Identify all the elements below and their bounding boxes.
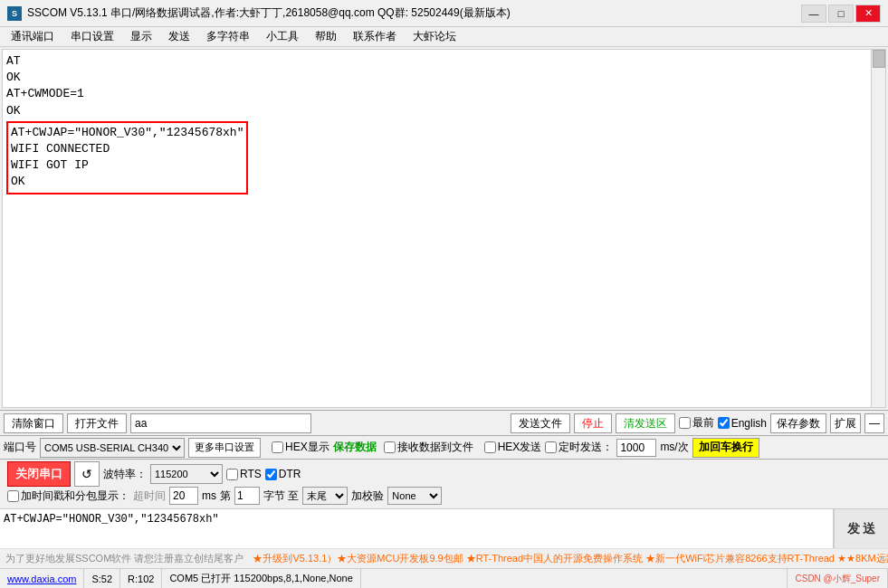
terminal-highlighted-3: WIFI GOT IP: [11, 157, 243, 174]
clear-send-button[interactable]: 清发送区: [616, 413, 675, 433]
timer-send-text: 定时发送：: [559, 440, 613, 455]
latest-checkbox[interactable]: [679, 417, 691, 429]
toolbar-row3-wrapper: 关闭串口 ↺ 波特率： 115200 9600 19200 38400 5760…: [0, 459, 888, 508]
toolbar-row1: 清除窗口 打开文件 发送文件 停止 清发送区 最前 English 保存参数 扩…: [0, 410, 888, 435]
timestamp-checkbox[interactable]: [7, 490, 19, 502]
timestamp-pkg-label[interactable]: 加时间戳和分包显示：: [7, 488, 129, 504]
port-label: 端口号: [4, 440, 36, 455]
page-label: 第: [220, 488, 231, 504]
title-bar: S SSCOM V5.13.1 串口/网络数据调试器,作者:大虾丁丁,26180…: [0, 0, 888, 27]
terminal-highlighted-1: AT+CWJAP="HONOR_V30","12345678xh": [11, 125, 243, 141]
latest-checkbox-label[interactable]: 最前: [679, 415, 714, 431]
send-textarea[interactable]: AT+CWJAP="HONOR_V30","12345678xh": [0, 509, 834, 548]
app-icon: S: [7, 6, 22, 21]
maximize-button[interactable]: □: [828, 5, 854, 23]
menu-send[interactable]: 发送: [161, 27, 197, 46]
menu-display[interactable]: 显示: [123, 27, 159, 46]
quick-send-input[interactable]: [130, 413, 311, 433]
send-file-button[interactable]: 发送文件: [511, 413, 570, 433]
minimize-button[interactable]: —: [801, 5, 826, 23]
terminal-line-1: AT: [6, 53, 869, 70]
timer-input[interactable]: [616, 439, 656, 457]
byte-label: 字节 至: [263, 488, 299, 504]
terminal-highlighted-2: WIFI CONNECTED: [11, 141, 243, 157]
status-spacer: [361, 569, 788, 588]
timer-send-checkbox[interactable]: [545, 441, 557, 453]
dtr-label: DTR: [279, 468, 301, 480]
port-select[interactable]: COM5 USB-SERIAL CH340: [40, 438, 185, 458]
csdn-watermark: CSDN @小辉_Super: [788, 569, 888, 588]
stop-button[interactable]: 停止: [574, 413, 612, 433]
save-param-button[interactable]: 保存参数: [770, 413, 826, 433]
crlf-button[interactable]: 加回车换行: [692, 438, 759, 458]
recv-to-file-checkbox[interactable]: [384, 441, 396, 453]
highlighted-block: AT+CWJAP="HONOR_V30","12345678xh" WIFI C…: [6, 121, 248, 194]
rts-checkbox[interactable]: [226, 469, 238, 480]
english-label: English: [731, 417, 767, 430]
title-bar-left: S SSCOM V5.13.1 串口/网络数据调试器,作者:大虾丁丁,26180…: [7, 5, 511, 21]
recv-to-file-text: 接收数据到文件: [397, 440, 473, 455]
send-area: AT+CWJAP="HONOR_V30","12345678xh" 发 送: [0, 508, 888, 548]
clear-window-button[interactable]: 清除窗口: [4, 413, 63, 433]
checksum-select[interactable]: None: [387, 487, 442, 505]
timestamp-text: 加时间戳和分包显示：: [21, 488, 129, 504]
menu-multistring[interactable]: 多字符串: [199, 27, 257, 46]
open-file-button[interactable]: 打开文件: [67, 413, 127, 433]
menu-serial-settings[interactable]: 串口设置: [63, 27, 121, 46]
menu-tools[interactable]: 小工具: [259, 27, 306, 46]
title-text: SSCOM V5.13.1 串口/网络数据调试器,作者:大虾丁丁,2618058…: [27, 5, 511, 21]
baud-select[interactable]: 115200 9600 19200 38400 57600: [150, 464, 223, 484]
close-button[interactable]: ✕: [855, 5, 881, 23]
dtr-checkbox-label[interactable]: DTR: [265, 468, 301, 480]
rts-checkbox-label[interactable]: RTS: [226, 468, 262, 480]
toolbar-row3-bottom: 加时间戳和分包显示： 超时间 ms 第 字节 至 末尾 加校验 None: [4, 487, 884, 507]
menu-comport[interactable]: 通讯端口: [4, 27, 62, 46]
timeout-label: 超时间: [133, 488, 166, 504]
hex-send-label[interactable]: HEX发送: [484, 440, 542, 455]
menu-bar: 通讯端口 串口设置 显示 发送 多字符串 小工具 帮助 联系作者 大虾论坛: [0, 27, 888, 47]
menu-forum[interactable]: 大虾论坛: [406, 27, 463, 46]
scroll-text: ★升级到V5.13.1）★大资源MCU开发板9.9包邮 ★RT-Thread中国…: [253, 552, 888, 565]
terminal-area: AT OK AT+CWMODE=1 OK AT+CWJAP="HONOR_V30…: [2, 49, 886, 408]
menu-contact[interactable]: 联系作者: [346, 27, 404, 46]
hex-display-label[interactable]: HEX显示: [272, 440, 329, 455]
title-bar-controls: — □ ✕: [801, 5, 881, 23]
latest-label: 最前: [692, 415, 714, 431]
menu-help[interactable]: 帮助: [308, 27, 344, 46]
terminal-line-ok: OK: [6, 103, 869, 119]
save-data-button[interactable]: 保存数据: [333, 440, 377, 455]
toolbar-row3-top: 关闭串口 ↺ 波特率： 115200 9600 19200 38400 5760…: [4, 461, 884, 487]
terminal-scrollbar[interactable]: [871, 50, 885, 407]
toolbar-row2: 端口号 COM5 USB-SERIAL CH340 更多串口设置 HEX显示 保…: [0, 435, 888, 459]
r-count: R:102: [120, 569, 162, 588]
send-button[interactable]: 发 送: [834, 509, 888, 548]
english-checkbox[interactable]: [718, 417, 730, 429]
end-select[interactable]: 末尾: [302, 487, 348, 505]
ms-label: ms/次: [660, 440, 688, 455]
hex-send-checkbox[interactable]: [484, 441, 496, 453]
dtr-checkbox[interactable]: [265, 469, 277, 480]
info-banner: 为了更好地发展SSCOM软件 请您注册嘉立创结尾客户 ★升级到V5.13.1）★…: [0, 548, 888, 568]
hex-display-checkbox[interactable]: [272, 441, 283, 453]
recv-to-file-label[interactable]: 接收数据到文件: [384, 440, 473, 455]
baud-label: 波特率：: [103, 467, 147, 482]
expand-button[interactable]: 扩展: [830, 413, 861, 433]
timer-send-label[interactable]: 定时发送：: [545, 440, 613, 455]
collapse-button[interactable]: —: [864, 413, 884, 433]
terminal-highlighted-5: OK: [11, 174, 243, 190]
terminal-line-4: AT+CWMODE=1: [6, 86, 869, 102]
terminal-line-3: OK: [6, 70, 869, 86]
rts-label: RTS: [240, 468, 262, 480]
timeout-input[interactable]: [169, 487, 198, 505]
close-port-button[interactable]: 关闭串口: [7, 461, 71, 487]
more-port-button[interactable]: 更多串口设置: [188, 438, 261, 458]
website-link[interactable]: www.daxia.com: [0, 569, 84, 588]
page-input[interactable]: [234, 487, 260, 505]
port-info: COM5 已打开 115200bps,8,1,None,None: [162, 569, 360, 588]
scrollbar-thumb[interactable]: [873, 50, 885, 68]
checksum-label: 加校验: [351, 488, 384, 504]
english-checkbox-label[interactable]: English: [718, 417, 767, 430]
refresh-button[interactable]: ↺: [74, 461, 100, 487]
s-count: S:52: [84, 569, 120, 588]
hex-display-text: HEX显示: [285, 440, 329, 455]
